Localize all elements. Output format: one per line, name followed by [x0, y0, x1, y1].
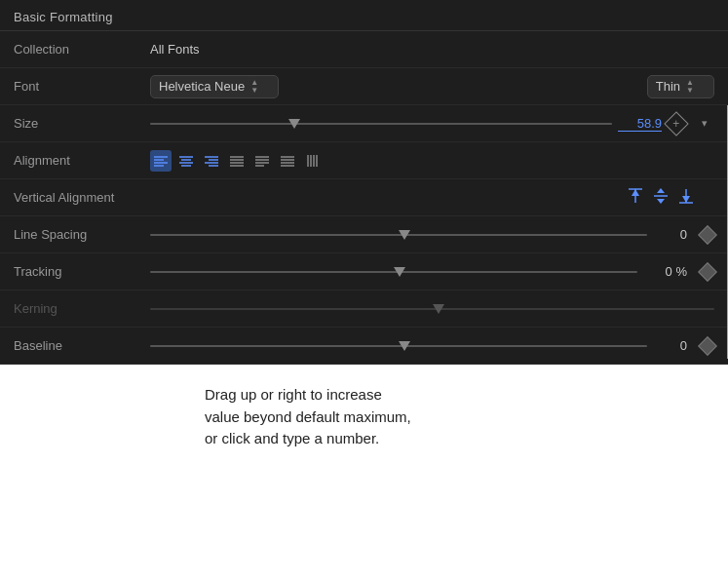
tracking-unit: % [675, 264, 687, 279]
tracking-value: 0 % [643, 264, 687, 279]
align-right-icon[interactable] [201, 150, 222, 172]
tracking-track [150, 271, 637, 273]
collection-row: Collection All Fonts [0, 31, 728, 68]
tooltip-line2: value beyond default maximum, [205, 408, 411, 425]
tooltip-line3: or click and type a number. [205, 430, 379, 446]
tracking-keyframe-button[interactable] [698, 262, 717, 282]
align-justify-icon[interactable] [226, 150, 248, 172]
svg-marker-30 [632, 189, 639, 196]
size-keyframe-button[interactable] [664, 111, 688, 136]
font-name-value: Helvetica Neue [159, 79, 245, 94]
font-row: Font Helvetica Neue ▲▼ Thin ▲▼ [0, 68, 728, 105]
baseline-content: 0 [150, 336, 714, 356]
line-spacing-slider[interactable] [150, 225, 647, 245]
tracking-content: 0 % [150, 262, 714, 282]
size-slider-thumb[interactable] [288, 119, 300, 129]
alignment-label: Alignment [14, 153, 150, 168]
alignment-row: Alignment [0, 142, 728, 179]
vertical-alignment-icons [627, 187, 714, 209]
size-chevron-button[interactable]: ▾ [695, 114, 714, 134]
kerning-content [150, 299, 714, 319]
size-row: Size 58.9 ▾ [0, 105, 728, 142]
tracking-thumb[interactable] [394, 267, 405, 277]
tracking-label: Tracking [14, 264, 150, 279]
font-weight-value: Thin [656, 79, 680, 94]
section-title: Basic Formatting [0, 0, 728, 31]
alignment-icons [150, 150, 324, 172]
size-value[interactable]: 58.9 [618, 116, 662, 132]
size-slider-track [150, 123, 612, 125]
valign-top-icon[interactable] [627, 187, 644, 209]
kerning-slider [150, 299, 714, 319]
font-arrows-icon: ▲▼ [250, 79, 258, 95]
baseline-slider[interactable] [150, 336, 647, 356]
kerning-thumb [433, 304, 444, 314]
baseline-keyframe-button[interactable] [698, 336, 717, 356]
tooltip-area: Drag up or right to increase value beyon… [0, 365, 728, 581]
alignment-content [150, 150, 714, 172]
basic-formatting-panel: Basic Formatting Collection All Fonts Fo… [0, 0, 728, 581]
collection-label: Collection [14, 42, 150, 57]
baseline-row: Baseline 0 [0, 328, 728, 365]
line-spacing-value: 0 [653, 227, 687, 242]
size-slider[interactable] [150, 114, 612, 134]
font-weight-selector[interactable]: Thin ▲▼ [647, 75, 714, 98]
align-center-icon[interactable] [175, 150, 197, 172]
align-natural-icon[interactable] [277, 150, 298, 172]
line-spacing-content: 0 [150, 225, 714, 245]
line-spacing-row: Line Spacing 0 [0, 216, 728, 253]
tooltip-text: Drag up or right to increase value beyon… [205, 384, 411, 450]
line-spacing-label: Line Spacing [14, 227, 150, 242]
line-spacing-track [150, 234, 647, 236]
kerning-track [150, 308, 714, 310]
kerning-row: Kerning [0, 290, 728, 328]
weight-arrows-icon: ▲▼ [686, 79, 694, 95]
vertical-alignment-row: Vertical Alignment [0, 179, 728, 216]
align-justify-all-icon[interactable] [251, 150, 273, 172]
kerning-label: Kerning [14, 301, 150, 316]
tracking-row: Tracking 0 % [0, 253, 728, 290]
tooltip-line1: Drag up or right to increase [205, 386, 382, 403]
baseline-thumb[interactable] [399, 341, 410, 351]
line-spacing-keyframe-button[interactable] [698, 225, 717, 245]
valign-middle-icon[interactable] [652, 187, 670, 208]
font-label: Font [14, 79, 150, 94]
size-label: Size [14, 116, 150, 131]
baseline-track [150, 345, 647, 347]
line-spacing-thumb[interactable] [399, 230, 410, 240]
baseline-value: 0 [653, 338, 687, 353]
baseline-label: Baseline [14, 338, 150, 353]
svg-marker-33 [657, 199, 665, 204]
collection-content: All Fonts [150, 42, 714, 57]
valign-bottom-icon[interactable] [677, 187, 695, 208]
svg-marker-32 [657, 188, 665, 193]
font-name-selector[interactable]: Helvetica Neue ▲▼ [150, 75, 279, 98]
collection-value: All Fonts [150, 42, 200, 57]
tracking-slider[interactable] [150, 262, 637, 282]
svg-marker-36 [682, 196, 690, 203]
align-column-icon[interactable] [302, 150, 324, 172]
vertical-alignment-content [150, 187, 714, 209]
vertical-alignment-label: Vertical Alignment [14, 190, 150, 205]
font-content: Helvetica Neue ▲▼ Thin ▲▼ [150, 75, 714, 98]
size-content: 58.9 ▾ [150, 114, 714, 134]
align-left-icon[interactable] [150, 150, 172, 172]
